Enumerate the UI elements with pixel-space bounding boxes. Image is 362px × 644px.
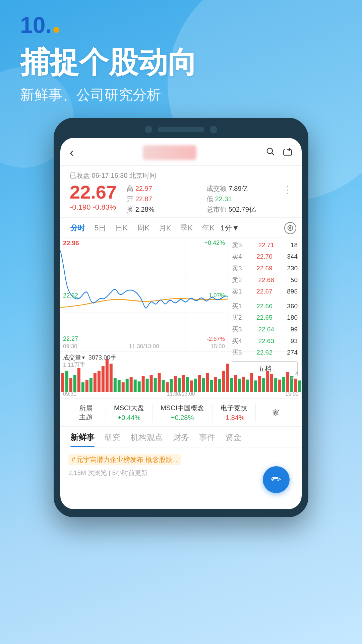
tab-事件[interactable]: 事件 <box>196 432 219 447</box>
phone-screen: ‹ <box>60 138 302 509</box>
volume-label: 成交量 <box>63 354 81 362</box>
share-icon[interactable] <box>283 146 292 159</box>
sell-qty-2: 50 <box>291 276 298 285</box>
svg-rect-63 <box>250 373 253 392</box>
tab-季K[interactable]: 季K <box>176 221 197 235</box>
sell-price-3: 22.69 <box>256 264 273 273</box>
news-tag: # 元宇宙潜力企业榜发布 概念股跌... <box>68 454 181 465</box>
stock-change: -0.190 -0.83% <box>70 203 117 212</box>
theme-msci-large-change: +0.44% <box>118 414 140 422</box>
back-button[interactable]: ‹ <box>70 146 74 160</box>
chevron-down-icon: ▼ <box>81 355 86 360</box>
sell-qty-1: 895 <box>287 287 298 296</box>
open-value: 22.87 <box>135 195 152 203</box>
buy-qty-3: 99 <box>291 325 298 334</box>
svg-rect-40 <box>158 373 161 392</box>
svg-rect-61 <box>242 377 245 392</box>
buy-price-2: 22.65 <box>256 313 273 322</box>
phone-frame: ‹ <box>54 118 308 517</box>
theme-esports[interactable]: 电子竞技 -1.84% <box>213 404 256 422</box>
theme-header-label: 所属主题 <box>79 404 93 421</box>
svg-rect-31 <box>122 382 125 392</box>
price-chart-svg <box>60 237 228 351</box>
sell-price-5: 22.71 <box>258 241 274 250</box>
search-icon[interactable] <box>265 146 275 159</box>
stock-details-grid: 高 22.97 成交额 7.89亿 开 22.87 低 <box>127 183 280 214</box>
volume-header: 成交量 ▼ 3873.00手 <box>63 354 116 362</box>
chart-price-mid-left: 22.62 <box>63 292 78 299</box>
tab-新鲜事[interactable]: 新鲜事 <box>67 432 98 447</box>
volume-dropdown[interactable]: 成交量 ▼ <box>63 354 86 362</box>
tab-年K[interactable]: 年K <box>197 221 219 235</box>
theme-header-item: 所属主题 <box>66 404 106 422</box>
chart-change-bot-right: -2.57% <box>207 336 225 342</box>
stock-info: 已收盘 06-17 16:30 北京时间 22.67 -0.190 -0.83%… <box>60 166 302 218</box>
tab-5日[interactable]: 5日 <box>90 221 111 235</box>
svg-rect-59 <box>234 375 237 392</box>
expand-icon[interactable] <box>291 372 299 382</box>
theme-more[interactable]: 家 <box>256 404 296 422</box>
sell-row-4: 卖4 22.70 344 <box>228 251 302 263</box>
theme-msci-large[interactable]: MSCI大盘 +0.44% <box>106 404 153 422</box>
svg-rect-67 <box>266 371 269 392</box>
tab-月K[interactable]: 月K <box>154 221 176 235</box>
svg-rect-45 <box>178 378 181 392</box>
tab-日K[interactable]: 日K <box>111 221 132 235</box>
chart-tabs-bar: 分时 5日 日K 周K 月K 季K 年K 1分▼ <box>60 218 302 237</box>
buy-label-3: 买3 <box>232 325 242 334</box>
tab-周K[interactable]: 周K <box>132 221 154 235</box>
volume-time-labels: 09:30 11:30/13:00 15:00 <box>60 391 301 397</box>
sell-row-2: 卖2 22.68 50 <box>228 274 302 286</box>
app-logo: 10. <box>20 13 342 36</box>
buy-row-2: 买2 22.65 180 <box>228 312 302 324</box>
svg-rect-60 <box>238 379 241 392</box>
svg-rect-29 <box>114 378 117 392</box>
buy-price-4: 22.63 <box>258 337 274 346</box>
svg-rect-66 <box>262 378 265 392</box>
target-icon[interactable] <box>284 222 296 234</box>
svg-rect-70 <box>278 379 281 391</box>
svg-rect-71 <box>282 377 285 392</box>
svg-rect-20 <box>77 368 80 392</box>
tab-财务[interactable]: 财务 <box>170 432 192 447</box>
svg-rect-36 <box>142 376 145 392</box>
svg-rect-44 <box>174 376 177 392</box>
theme-esports-name: 电子竞技 <box>221 404 247 413</box>
svg-rect-39 <box>154 378 157 392</box>
theme-msci-china[interactable]: MSCI中国概念 +0.28% <box>153 404 213 422</box>
svg-line-14 <box>295 373 298 375</box>
more-options-icon[interactable]: ⋮ <box>280 183 292 195</box>
sell-label-3: 卖3 <box>232 264 242 273</box>
phone-speaker <box>158 127 204 132</box>
tab-研究[interactable]: 研究 <box>101 432 124 447</box>
chart-change-mid-right: 1.07% <box>209 292 225 299</box>
svg-rect-24 <box>94 373 97 392</box>
buy-price-3: 22.64 <box>258 325 274 334</box>
volume-value: 7.89亿 <box>229 185 248 192</box>
time-start: 09:30 <box>63 343 77 350</box>
svg-rect-32 <box>126 379 129 392</box>
tab-1分-dropdown[interactable]: 1分▼ <box>221 223 239 233</box>
svg-rect-21 <box>81 382 84 392</box>
fab-button[interactable]: ✏ <box>263 466 290 493</box>
svg-rect-25 <box>98 371 101 392</box>
sell-label-1: 卖1 <box>232 287 242 296</box>
svg-rect-28 <box>110 364 113 392</box>
svg-rect-57 <box>226 364 229 392</box>
tab-资金[interactable]: 资金 <box>222 432 245 447</box>
buy-qty-2: 180 <box>287 313 298 322</box>
stock-volume: 成交额 7.89亿 <box>206 184 280 193</box>
low-label: 低 <box>206 195 213 203</box>
buy-row-4: 买4 22.63 93 <box>228 335 302 347</box>
news-tag-text: 元宇宙潜力企业榜发布 概念股跌... <box>76 455 178 464</box>
theme-more-label: 家 <box>273 408 279 417</box>
tab-分时[interactable]: 分时 <box>66 221 90 235</box>
fab-spacer: ✏ <box>60 482 302 509</box>
mktcap-label: 总市值 <box>206 206 227 213</box>
buy-label-1: 买1 <box>232 302 242 311</box>
tab-机构观点[interactable]: 机构观点 <box>127 432 166 447</box>
svg-rect-64 <box>254 380 257 392</box>
volume-subtitle: 1.11万手 <box>63 361 85 369</box>
svg-rect-43 <box>170 379 173 392</box>
svg-rect-17 <box>65 371 68 392</box>
